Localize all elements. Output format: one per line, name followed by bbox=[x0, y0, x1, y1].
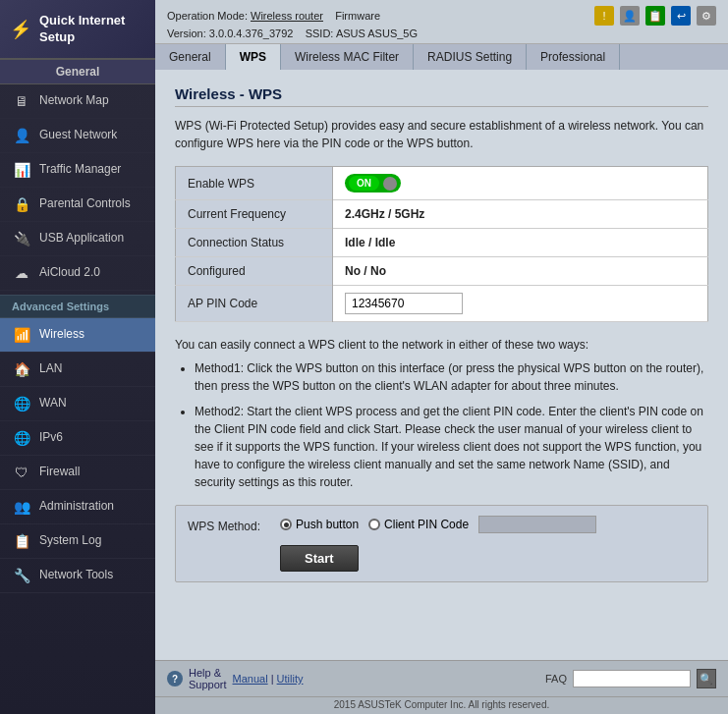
sidebar-item-wan[interactable]: 🌐 WAN bbox=[0, 387, 155, 421]
toggle-knob bbox=[383, 177, 397, 191]
methods-list: Method1: Click the WPS button on this in… bbox=[195, 359, 708, 491]
system-log-icon: 📋 bbox=[12, 531, 31, 551]
sidebar-item-firewall[interactable]: 🛡 Firewall bbox=[0, 456, 155, 490]
user-icon[interactable]: 👤 bbox=[620, 6, 640, 26]
sidebar-item-label: Parental Controls bbox=[39, 196, 131, 212]
utility-link[interactable]: Utility bbox=[277, 673, 304, 685]
sidebar-item-network-tools[interactable]: 🔧 Network Tools bbox=[0, 559, 155, 593]
footer-right: FAQ 🔍 bbox=[545, 669, 716, 688]
topbar-icons: ! 👤 📋 ↩ ⚙ bbox=[594, 6, 716, 26]
tab-professional[interactable]: Professional bbox=[527, 44, 620, 70]
faq-search-button[interactable]: 🔍 bbox=[697, 669, 716, 688]
parental-controls-icon: 🔒 bbox=[12, 194, 31, 214]
sidebar-header-label: Quick Internet Setup bbox=[39, 13, 145, 46]
usb-application-icon: 🔌 bbox=[12, 229, 31, 248]
frequency-value: 2.4GHz / 5GHz bbox=[333, 200, 708, 229]
quick-setup-icon: ⚡ bbox=[10, 19, 31, 40]
sidebar-item-administration[interactable]: 👥 Administration bbox=[0, 490, 155, 524]
client-pin-option[interactable]: Client PIN Code bbox=[368, 518, 469, 531]
version-label: Version: bbox=[167, 27, 206, 39]
client-pin-label: Client PIN Code bbox=[384, 518, 469, 531]
sidebar-item-lan[interactable]: 🏠 LAN bbox=[0, 353, 155, 387]
administration-icon: 👥 bbox=[12, 497, 31, 517]
sidebar-item-system-log[interactable]: 📋 System Log bbox=[0, 524, 155, 559]
firmware-label: Firmware bbox=[335, 10, 380, 22]
help-icon: ? bbox=[167, 671, 183, 687]
traffic-manager-icon: 📊 bbox=[12, 160, 31, 180]
back-icon[interactable]: ↩ bbox=[671, 6, 691, 26]
sidebar-item-label: System Log bbox=[39, 533, 101, 549]
network-map-icon: 🖥 bbox=[12, 91, 31, 111]
tab-radius-setting[interactable]: RADIUS Setting bbox=[414, 44, 527, 70]
client-pin-input[interactable] bbox=[478, 516, 596, 533]
version-value: 3.0.0.4.376_3792 bbox=[209, 27, 294, 39]
configured-label: Configured bbox=[176, 257, 333, 286]
tab-wps[interactable]: WPS bbox=[226, 44, 281, 70]
topbar-version: Version: 3.0.0.4.376_3792 SSID: ASUS ASU… bbox=[167, 27, 716, 39]
table-row-configured: Configured No / No bbox=[176, 257, 708, 286]
ssid-value: ASUS ASUS_5G bbox=[336, 27, 418, 39]
configured-value: No / No bbox=[333, 257, 708, 286]
wan-icon: 🌐 bbox=[12, 394, 31, 413]
page-title: Wireless - WPS bbox=[175, 85, 708, 107]
firewall-icon: 🛡 bbox=[12, 463, 31, 482]
manual-link[interactable]: Manual bbox=[233, 673, 268, 685]
sidebar-item-network-map[interactable]: 🖥 Network Map bbox=[0, 84, 155, 119]
push-button-option[interactable]: Push button bbox=[280, 518, 359, 531]
sidebar-item-traffic-manager[interactable]: 📊 Traffic Manager bbox=[0, 153, 155, 188]
table-row-ap-pin-code: AP PIN Code bbox=[176, 286, 708, 322]
sidebar-item-label: Network Map bbox=[39, 93, 109, 109]
frequency-label: Current Frequency bbox=[176, 200, 333, 229]
wps-method-label: WPS Method: bbox=[188, 516, 260, 533]
operation-mode-value: Wireless router bbox=[251, 10, 323, 22]
wps-method-section: WPS Method: Push button Client PIN Code … bbox=[175, 505, 708, 582]
methods-intro: You can easily connect a WPS client to t… bbox=[175, 338, 588, 352]
sidebar-item-label: Wireless bbox=[39, 327, 84, 343]
sidebar-item-wireless[interactable]: 📶 Wireless bbox=[0, 318, 155, 353]
sidebar-item-aicloud[interactable]: ☁ AiCloud 2.0 bbox=[0, 256, 155, 291]
method2: Method2: Start the client WPS process an… bbox=[195, 403, 708, 491]
sidebar-item-label: AiCloud 2.0 bbox=[39, 265, 100, 281]
footer-links: Manual | Utility bbox=[233, 673, 304, 685]
advanced-settings-label: Advanced Settings bbox=[0, 295, 155, 318]
ipv6-icon: 🌐 bbox=[12, 428, 31, 448]
sidebar-item-label: Administration bbox=[39, 499, 114, 515]
sidebar-item-label: Traffic Manager bbox=[39, 162, 121, 178]
guest-network-icon: 👤 bbox=[12, 126, 31, 145]
enable-wps-value: ON bbox=[333, 167, 708, 200]
push-button-radio[interactable] bbox=[280, 519, 292, 530]
sidebar: ⚡ Quick Internet Setup General 🖥 Network… bbox=[0, 0, 155, 714]
sidebar-item-label: Network Tools bbox=[39, 568, 113, 583]
wps-method-options: Push button Client PIN Code Start bbox=[280, 516, 596, 572]
help-support-label: Help &Support bbox=[189, 667, 227, 690]
footer-left: ? Help &Support Manual | Utility bbox=[167, 667, 303, 690]
sidebar-header[interactable]: ⚡ Quick Internet Setup bbox=[0, 0, 155, 59]
faq-search-input[interactable] bbox=[573, 670, 691, 687]
table-row-enable-wps: Enable WPS ON bbox=[176, 167, 708, 200]
tab-wireless-mac-filter[interactable]: Wireless MAC Filter bbox=[281, 44, 414, 70]
main-content: Operation Mode: Wireless router Firmware… bbox=[155, 0, 728, 714]
faq-label: FAQ bbox=[545, 673, 567, 685]
client-pin-radio[interactable] bbox=[368, 519, 380, 530]
enable-wps-toggle[interactable]: ON bbox=[345, 174, 401, 192]
ap-pin-code-input[interactable] bbox=[345, 293, 463, 314]
tab-general[interactable]: General bbox=[155, 44, 226, 70]
footer: ? Help &Support Manual | Utility FAQ 🔍 bbox=[155, 660, 728, 696]
table-row-frequency: Current Frequency 2.4GHz / 5GHz bbox=[176, 200, 708, 229]
sidebar-item-guest-network[interactable]: 👤 Guest Network bbox=[0, 119, 155, 153]
connection-status-value: Idle / Idle bbox=[333, 229, 708, 257]
info-table: Enable WPS ON Current Frequency 2.4GHz /… bbox=[175, 166, 708, 322]
log-icon[interactable]: 📋 bbox=[645, 6, 665, 26]
table-row-connection-status: Connection Status Idle / Idle bbox=[176, 229, 708, 257]
sidebar-item-parental-controls[interactable]: 🔒 Parental Controls bbox=[0, 188, 155, 222]
notification-icon[interactable]: ! bbox=[594, 6, 614, 26]
start-button[interactable]: Start bbox=[280, 545, 359, 572]
settings-icon[interactable]: ⚙ bbox=[697, 6, 716, 26]
wireless-icon: 📶 bbox=[12, 325, 31, 345]
top-bar: Operation Mode: Wireless router Firmware… bbox=[155, 0, 728, 44]
sidebar-item-ipv6[interactable]: 🌐 IPv6 bbox=[0, 421, 155, 456]
ap-pin-code-label: AP PIN Code bbox=[176, 286, 333, 322]
ap-pin-code-value bbox=[333, 286, 708, 322]
operation-mode-label: Operation Mode: bbox=[167, 10, 248, 22]
sidebar-item-usb-application[interactable]: 🔌 USB Application bbox=[0, 222, 155, 256]
